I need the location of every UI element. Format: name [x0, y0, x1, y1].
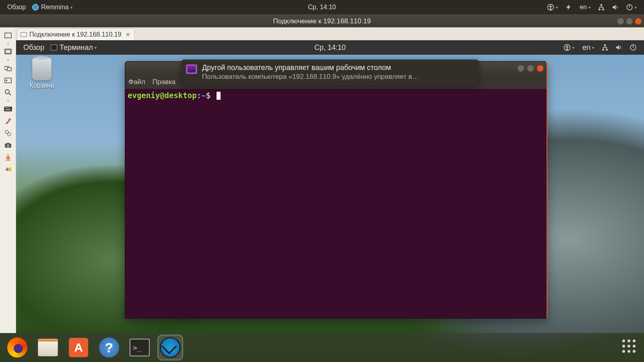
tool-fullscreen[interactable] — [2, 46, 14, 58]
svg-rect-15 — [6, 107, 7, 108]
network-indicator[interactable] — [595, 4, 607, 11]
dock-help[interactable]: ? — [97, 336, 121, 359]
chevron-down-icon[interactable]: ▾ — [7, 42, 9, 45]
volume-indicator[interactable] — [609, 4, 621, 11]
dock-remmina[interactable] — [159, 336, 182, 359]
svg-rect-11 — [5, 78, 11, 83]
remote-language-indicator[interactable]: en ▾ — [579, 43, 597, 52]
svg-rect-13 — [4, 107, 12, 111]
accessibility-icon — [547, 4, 554, 11]
tool-search[interactable] — [2, 87, 14, 98]
tool-minimize[interactable] — [2, 152, 14, 163]
power-icon — [630, 44, 637, 51]
tool-switch[interactable] — [2, 63, 14, 74]
svg-rect-16 — [7, 107, 8, 108]
terminal-minimize-button[interactable] — [518, 65, 524, 72]
language-indicator[interactable]: en ▾ — [576, 4, 594, 11]
screen-share-icon — [186, 64, 197, 74]
prompt-colon: : — [197, 91, 201, 100]
tab-close-icon[interactable]: ✕ — [126, 31, 130, 38]
chevron-down-icon: ▾ — [592, 45, 594, 50]
remmina-tab-bar: Подключение к 192.168.110.19 ✕ — [16, 27, 644, 40]
terminal-menu-file[interactable]: Файл — [128, 78, 145, 86]
dock-terminal[interactable]: >_ — [128, 336, 151, 359]
svg-rect-26 — [9, 167, 11, 171]
chevron-down-icon[interactable]: ▾ — [7, 99, 9, 103]
prompt-path: ~ — [201, 91, 206, 100]
clock[interactable]: Ср, 14:10 — [305, 0, 339, 14]
accessibility-menu[interactable]: ▾ — [544, 4, 561, 11]
remote-top-panel: Обзор Терминал ▾ Ср, 14:10 ▾ en ▾ — [16, 40, 644, 55]
trash-label: Корзина — [26, 82, 58, 89]
remote-activities-button[interactable]: Обзор — [20, 40, 47, 55]
chevron-down-icon[interactable]: ▾ — [7, 58, 9, 62]
remote-app-label: Терминал — [60, 43, 93, 52]
svg-rect-18 — [6, 109, 10, 110]
maximize-button[interactable] — [626, 18, 633, 25]
tab-label: Подключение к 192.168.110.19 — [29, 31, 122, 38]
files-icon — [38, 339, 58, 356]
software-icon — [69, 338, 88, 357]
chevron-down-icon: ▾ — [556, 5, 558, 10]
tool-resize[interactable] — [2, 30, 14, 41]
terminal-window[interactable]: Файл Правка evgeniy@desktop:~$ — [125, 61, 547, 319]
remmina-small-icon — [32, 4, 39, 10]
tool-preferences[interactable] — [2, 128, 14, 139]
show-applications-button[interactable] — [622, 339, 638, 356]
close-button[interactable] — [635, 18, 642, 25]
window-controls — [617, 18, 642, 25]
remote-desktop-viewport[interactable]: Обзор Терминал ▾ Ср, 14:10 ▾ en ▾ — [16, 40, 644, 333]
trash-icon — [32, 58, 52, 80]
terminal-maximize-button[interactable] — [527, 65, 534, 72]
trash-desktop-icon[interactable]: Корзина — [26, 58, 58, 89]
dock: ? >_ — [0, 333, 644, 362]
terminal-menu-edit[interactable]: Правка — [153, 78, 175, 86]
svg-point-12 — [5, 90, 9, 94]
remote-accessibility-menu[interactable]: ▾ — [560, 44, 578, 51]
svg-point-19 — [8, 118, 11, 121]
svg-rect-17 — [8, 107, 9, 108]
svg-point-21 — [8, 133, 11, 136]
activities-button[interactable]: Обзор — [4, 0, 29, 14]
screen-sharing-notification[interactable]: Другой пользователь управляет вашим рабо… — [181, 60, 479, 86]
help-icon: ? — [99, 337, 119, 358]
network-wired-icon — [601, 44, 609, 51]
svg-point-1 — [550, 5, 551, 6]
svg-point-28 — [566, 45, 568, 47]
terminal-cursor — [217, 92, 221, 100]
remote-app-menu[interactable]: Терминал ▾ — [47, 40, 100, 55]
accessibility-icon — [564, 44, 571, 51]
terminal-small-icon — [51, 45, 57, 50]
host-top-panel: Обзор Remmina ▾ Ср, 14:10 ▾ en ▾ ▾ — [0, 0, 644, 14]
tool-tools[interactable] — [2, 115, 14, 127]
svg-rect-3 — [599, 9, 601, 10]
tray-indicator[interactable] — [563, 4, 575, 11]
svg-rect-24 — [7, 143, 9, 144]
dock-software[interactable] — [67, 336, 90, 359]
tool-keyboard[interactable] — [2, 103, 14, 115]
notification-body: Пользователь компьютера «192.168.110.9» … — [202, 73, 473, 81]
monitor-icon — [21, 32, 27, 37]
terminal-window-controls — [518, 65, 543, 72]
tool-screenshot[interactable] — [2, 140, 14, 151]
volume-icon — [611, 4, 619, 11]
dock-files[interactable] — [36, 336, 60, 359]
remmina-icon — [160, 337, 181, 358]
svg-rect-14 — [5, 107, 6, 108]
tool-disconnect[interactable] — [2, 164, 14, 175]
remote-clock[interactable]: Ср, 14:10 — [311, 40, 349, 55]
terminal-close-button[interactable] — [537, 65, 543, 72]
tool-scaled[interactable] — [2, 75, 14, 86]
terminal-body[interactable]: evgeniy@desktop:~$ — [125, 89, 547, 102]
power-menu[interactable]: ▾ — [623, 4, 640, 11]
notification-title: Другой пользователь управляет вашим рабо… — [202, 64, 473, 72]
remote-network-indicator[interactable] — [599, 44, 611, 51]
terminal-icon: >_ — [130, 339, 150, 356]
prompt-user: evgeniy@desktop — [128, 91, 197, 100]
app-menu-remmina[interactable]: Remmina ▾ — [29, 0, 75, 14]
remote-power-menu[interactable] — [626, 44, 640, 51]
minimize-button[interactable] — [617, 18, 624, 25]
remote-volume-indicator[interactable] — [613, 44, 625, 51]
connection-tab[interactable]: Подключение к 192.168.110.19 ✕ — [17, 29, 135, 40]
dock-firefox[interactable] — [6, 336, 29, 359]
